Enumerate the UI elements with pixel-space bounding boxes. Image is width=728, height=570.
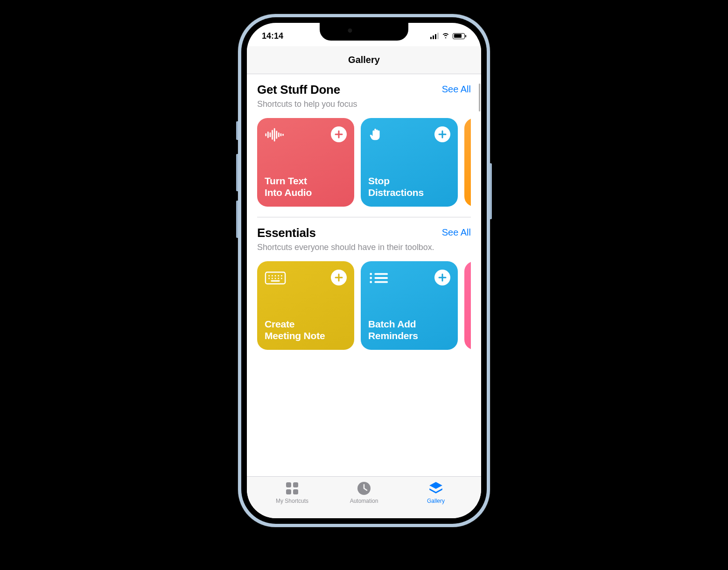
power-button bbox=[490, 163, 492, 219]
svg-rect-19 bbox=[293, 482, 298, 487]
svg-rect-15 bbox=[374, 277, 388, 279]
volume-up-button bbox=[236, 154, 238, 191]
clock-icon bbox=[357, 480, 371, 496]
keyboard-icon bbox=[265, 270, 286, 286]
phone-frame: 14:14 Gallery bbox=[238, 14, 490, 527]
svg-point-12 bbox=[370, 273, 372, 275]
scroll-indicator[interactable] bbox=[479, 83, 480, 111]
shortcut-card-peek[interactable] bbox=[464, 261, 471, 350]
section-subtitle: Shortcuts to help you focus bbox=[257, 99, 471, 110]
screen: 14:14 Gallery bbox=[247, 23, 481, 518]
shortcut-card-peek[interactable] bbox=[464, 118, 471, 207]
volume-down-button bbox=[236, 201, 238, 238]
svg-point-5 bbox=[281, 275, 282, 277]
phone-bezel: 14:14 Gallery bbox=[241, 17, 487, 524]
add-button[interactable] bbox=[434, 126, 450, 142]
svg-point-14 bbox=[370, 277, 372, 279]
section-title: Get Stuff Done bbox=[257, 83, 340, 97]
cards-row[interactable]: Create Meeting Note Batc bbox=[257, 261, 471, 350]
content-area[interactable]: Get Stuff Done See All Shortcuts to help… bbox=[247, 74, 481, 476]
tab-automation[interactable]: Automation bbox=[328, 480, 400, 518]
add-button[interactable] bbox=[434, 270, 450, 285]
section-subtitle: Shortcuts everyone should have in their … bbox=[257, 242, 471, 253]
see-all-link[interactable]: See All bbox=[442, 227, 471, 238]
hand-icon bbox=[368, 126, 390, 143]
card-label: Batch Add Reminders bbox=[368, 318, 450, 341]
waveform-icon bbox=[265, 126, 286, 143]
card-label: Stop Distractions bbox=[368, 175, 450, 198]
status-time: 14:14 bbox=[262, 31, 283, 41]
svg-point-3 bbox=[275, 275, 276, 277]
section-essentials: Essentials See All Shortcuts everyone sh… bbox=[247, 217, 481, 350]
battery-icon bbox=[453, 33, 466, 39]
tab-label: Gallery bbox=[427, 498, 445, 504]
tab-label: My Shortcuts bbox=[276, 498, 308, 504]
svg-rect-18 bbox=[286, 482, 291, 487]
shortcut-card-batch-add-reminders[interactable]: Batch Add Reminders bbox=[361, 261, 458, 350]
add-button[interactable] bbox=[331, 270, 347, 285]
svg-point-10 bbox=[281, 278, 282, 279]
svg-point-4 bbox=[278, 275, 279, 277]
nav-header: Gallery bbox=[247, 46, 481, 74]
tab-bar: My Shortcuts Automation Gallery bbox=[247, 476, 481, 518]
svg-point-1 bbox=[268, 275, 270, 277]
list-icon bbox=[368, 270, 390, 286]
svg-point-9 bbox=[278, 278, 279, 279]
add-button[interactable] bbox=[331, 126, 347, 142]
tab-my-shortcuts[interactable]: My Shortcuts bbox=[256, 480, 328, 518]
see-all-link[interactable]: See All bbox=[442, 84, 471, 95]
section-get-stuff-done: Get Stuff Done See All Shortcuts to help… bbox=[247, 74, 481, 207]
card-label: Create Meeting Note bbox=[265, 318, 347, 341]
svg-rect-13 bbox=[374, 273, 388, 275]
svg-point-7 bbox=[272, 278, 273, 279]
grid-icon bbox=[285, 480, 300, 496]
section-header: Essentials See All bbox=[257, 226, 471, 240]
section-title: Essentials bbox=[257, 226, 316, 240]
card-label: Turn Text Into Audio bbox=[265, 175, 347, 198]
svg-rect-20 bbox=[286, 489, 291, 494]
page-title: Gallery bbox=[348, 55, 380, 65]
svg-point-8 bbox=[275, 278, 276, 279]
svg-rect-21 bbox=[293, 489, 298, 494]
shortcut-card-turn-text-into-audio[interactable]: Turn Text Into Audio bbox=[257, 118, 354, 207]
wifi-icon bbox=[441, 32, 450, 40]
svg-point-16 bbox=[370, 281, 372, 284]
svg-rect-17 bbox=[374, 281, 388, 283]
section-header: Get Stuff Done See All bbox=[257, 83, 471, 97]
mute-switch bbox=[236, 121, 238, 140]
svg-rect-11 bbox=[271, 280, 280, 282]
cellular-signal-icon bbox=[430, 33, 439, 39]
status-icons bbox=[430, 32, 466, 40]
svg-point-6 bbox=[268, 278, 270, 279]
stack-icon bbox=[428, 480, 444, 496]
shortcut-card-create-meeting-note[interactable]: Create Meeting Note bbox=[257, 261, 354, 350]
shortcut-card-stop-distractions[interactable]: Stop Distractions bbox=[361, 118, 458, 207]
tab-label: Automation bbox=[350, 498, 378, 504]
notch bbox=[320, 23, 408, 41]
tab-gallery[interactable]: Gallery bbox=[400, 480, 472, 518]
svg-point-2 bbox=[272, 275, 273, 277]
cards-row[interactable]: Turn Text Into Audio Sto bbox=[257, 118, 471, 207]
